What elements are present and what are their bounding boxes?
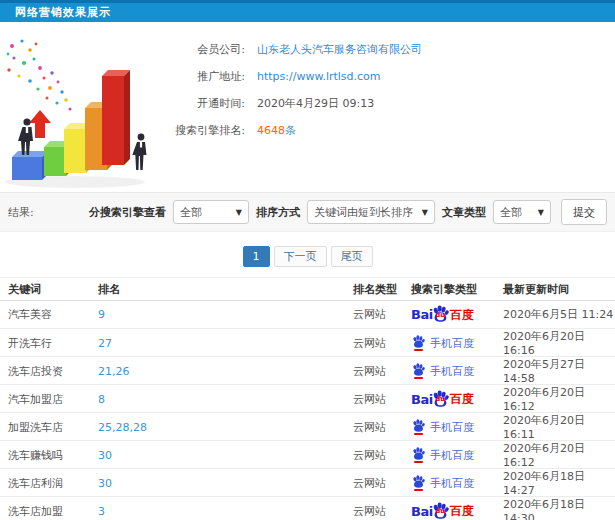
businessman-right (132, 134, 146, 170)
filter-controls: 分搜索引擎查看 全部 ▼ 排序方式 关键词由短到长排序 ▼ 文章类型 全部 ▼ … (89, 199, 607, 225)
account-info-section: 会员公司: 山东老人头汽车服务咨询有限公司 推广地址: https://www.… (0, 22, 615, 192)
up-arrow (29, 110, 51, 138)
rank-type-cell: 云网站 (353, 336, 411, 351)
col-rank-type: 排名类型 (353, 282, 411, 297)
col-keyword: 关键词 (8, 282, 98, 297)
mobile-baidu-logo-icon: 手机百度 (411, 335, 503, 351)
keyword-cell: 汽车美容 (8, 307, 98, 322)
confetti-dots (7, 39, 72, 110)
updated-cell: 2020年6月20日 16:12 (503, 385, 615, 413)
rank-type-cell: 云网站 (353, 364, 411, 379)
rank-cell[interactable]: 30 (98, 477, 353, 490)
info-row-url: 推广地址: https://www.lrtlsd.com (160, 63, 615, 90)
rank-type-cell: 云网站 (353, 307, 411, 322)
rank-type-cell: 云网站 (353, 420, 411, 435)
rank-type-cell: 云网站 (353, 448, 411, 463)
engine-view-select[interactable]: 全部 ▼ (173, 200, 249, 224)
sort-select[interactable]: 关键词由短到长排序 ▼ (307, 200, 435, 224)
table-row: 洗车赚钱吗 30 云网站 手机百度 2020年6月20日 16:12 (0, 441, 615, 469)
info-row-company: 会员公司: 山东老人头汽车服务咨询有限公司 (160, 36, 615, 63)
keyword-cell: 洗车店投资 (8, 364, 98, 379)
rank-type-cell: 云网站 (353, 392, 411, 407)
table-row: 洗车店投资 21,26 云网站 手机百度 2020年5月27日 14:58 (0, 357, 615, 385)
open-time-value: 2020年4月29日 09:13 (257, 96, 374, 111)
sort-label: 排序方式 (256, 205, 300, 220)
page-1-button[interactable]: 1 (243, 246, 270, 267)
account-info-list: 会员公司: 山东老人头汽车服务咨询有限公司 推广地址: https://www.… (160, 32, 615, 192)
table-row: 开洗车行 27 云网站 手机百度 2020年6月20日 16:16 (0, 329, 615, 357)
result-label: 结果: (8, 205, 34, 220)
col-rank: 排名 (98, 282, 353, 297)
table-row: 汽车美容 9 云网站 Bai du 百度 2020年6月5日 11:24 (0, 301, 615, 329)
col-engine: 搜索引擎类型 (411, 282, 503, 297)
app-header: 网络营销效果展示 (0, 0, 615, 22)
promo-url-label: 推广地址: (160, 69, 245, 84)
table-header: 关键词 排名 排名类型 搜索引擎类型 最新更新时间 (0, 277, 615, 301)
chevron-down-icon: ▼ (538, 208, 544, 217)
rank-cell[interactable]: 25,28,28 (98, 421, 353, 434)
article-type-select[interactable]: 全部 ▼ (493, 200, 551, 224)
table-row: 洗车店利润 30 云网站 手机百度 2020年6月18日 14:27 (0, 469, 615, 497)
engine-rank-label: 搜索引擎排名: (160, 123, 245, 138)
promo-url-link[interactable]: https://www.lrtlsd.com (257, 70, 381, 83)
next-page-button[interactable]: 下一页 (274, 246, 327, 267)
article-type-selected: 全部 (500, 205, 522, 220)
businessman-left (18, 118, 33, 155)
info-row-engine-rank: 搜索引擎排名: 4648条 (160, 117, 615, 144)
updated-cell: 2020年6月20日 16:11 (503, 413, 615, 441)
col-updated: 最新更新时间 (503, 282, 615, 297)
growth-chart-illustration (0, 32, 160, 192)
page-title: 网络营销效果展示 (15, 5, 111, 20)
info-row-open-time: 开通时间: 2020年4月29日 09:13 (160, 90, 615, 117)
company-label: 会员公司: (160, 42, 245, 57)
filter-bar: 结果: 分搜索引擎查看 全部 ▼ 排序方式 关键词由短到长排序 ▼ 文章类型 全… (0, 192, 615, 232)
open-time-label: 开通时间: (160, 96, 245, 111)
baidu-logo-icon: Bai du 百度 (411, 502, 503, 520)
keyword-ranking-table: 关键词 排名 排名类型 搜索引擎类型 最新更新时间 汽车美容 9 云网站 Bai… (0, 277, 615, 520)
baidu-logo-icon: Bai du 百度 (411, 305, 503, 324)
keyword-cell: 洗车店利润 (8, 476, 98, 491)
updated-cell: 2020年6月18日 14:30 (503, 497, 615, 520)
mobile-baidu-logo-icon: 手机百度 (411, 475, 503, 491)
updated-cell: 2020年6月20日 16:12 (503, 441, 615, 469)
rank-cell[interactable]: 9 (98, 308, 353, 321)
updated-cell: 2020年6月5日 11:24 (503, 307, 615, 322)
engine-view-selected: 全部 (180, 205, 202, 220)
bar-red (102, 70, 130, 165)
keyword-cell: 洗车店加盟 (8, 504, 98, 519)
mobile-baidu-logo-icon: 手机百度 (411, 447, 503, 463)
rank-cell[interactable]: 3 (98, 505, 353, 518)
table-row: 汽车加盟店 8 云网站 Bai du 百度 2020年6月20日 16:12 (0, 385, 615, 413)
baidu-logo-icon: Bai du 百度 (411, 390, 503, 409)
updated-cell: 2020年6月20日 16:16 (503, 329, 615, 357)
last-page-button[interactable]: 尾页 (331, 246, 373, 267)
updated-cell: 2020年6月18日 14:27 (503, 469, 615, 497)
chevron-down-icon: ▼ (422, 208, 428, 217)
rank-unit: 条 (285, 124, 296, 137)
rank-cell[interactable]: 21,26 (98, 365, 353, 378)
article-type-label: 文章类型 (442, 205, 486, 220)
rank-count: 4648 (257, 124, 285, 137)
company-link[interactable]: 山东老人头汽车服务咨询有限公司 (257, 42, 422, 57)
mobile-baidu-logo-icon: 手机百度 (411, 419, 503, 435)
rank-cell[interactable]: 30 (98, 449, 353, 462)
mobile-baidu-logo-icon: 手机百度 (411, 363, 503, 379)
engine-rank-value: 4648条 (257, 123, 296, 138)
rank-type-cell: 云网站 (353, 504, 411, 519)
table-row: 洗车店加盟 3 云网站 Bai du 百度 2020年6月18日 14:30 (0, 497, 615, 520)
keyword-cell: 加盟洗车店 (8, 420, 98, 435)
keyword-cell: 汽车加盟店 (8, 392, 98, 407)
rank-cell[interactable]: 27 (98, 337, 353, 350)
pagination: 1 下一页 尾页 (0, 246, 615, 267)
keyword-cell: 洗车赚钱吗 (8, 448, 98, 463)
keyword-cell: 开洗车行 (8, 336, 98, 351)
submit-button[interactable]: 提交 (561, 199, 607, 225)
sort-selected: 关键词由短到长排序 (314, 205, 413, 220)
chevron-down-icon: ▼ (236, 208, 242, 217)
rank-type-cell: 云网站 (353, 476, 411, 491)
engine-view-label: 分搜索引擎查看 (89, 205, 166, 220)
rank-cell[interactable]: 8 (98, 393, 353, 406)
updated-cell: 2020年5月27日 14:58 (503, 357, 615, 385)
table-row: 加盟洗车店 25,28,28 云网站 手机百度 2020年6月20日 16:11 (0, 413, 615, 441)
bar-blue (12, 151, 48, 180)
